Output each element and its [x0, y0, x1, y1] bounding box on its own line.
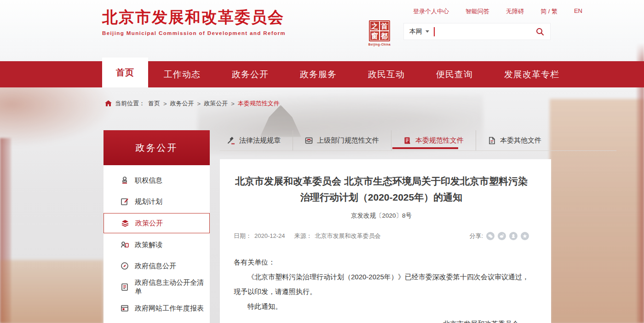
- site-header: 北京市发展和改革委员会 Beijing Municipal Commission…: [0, 0, 644, 61]
- article-title: 北京市发展和改革委员会 北京市生态环境局关于印发北京市塑料污染治理行动计划（20…: [234, 173, 529, 205]
- chevron-down-icon: [426, 30, 429, 33]
- share-bar: 分享:: [469, 232, 529, 240]
- sidebar-item-label: 政府信息公开: [135, 262, 176, 271]
- search-scope-dropdown[interactable]: 本网: [409, 28, 429, 36]
- breadcrumb: 当前位置： 首页 > 政务公开 > 政策公开 > 本委规范性文件: [105, 99, 280, 108]
- seal-char: 首: [380, 22, 389, 30]
- sidebar: 政务公开 职权信息 规划计划 政策公开: [104, 130, 210, 323]
- plan-edit-icon: [120, 197, 129, 206]
- accessibility-link[interactable]: 无障碍: [506, 7, 524, 16]
- site-subtitle: Beijing Municipal Commission of Developm…: [102, 30, 286, 36]
- body-paragraph: 《北京市塑料污染治理行动计划（2020-2025年）》已经市委深改委第十四次会议…: [234, 270, 529, 299]
- smart-qa-link[interactable]: 智能问答: [466, 7, 489, 16]
- red-doc-icon: [403, 137, 411, 144]
- interpretation-icon: [120, 241, 129, 249]
- body-paragraph: 特此通知。: [234, 299, 529, 314]
- search-scope-label: 本网: [409, 28, 422, 36]
- share-weibo-icon[interactable]: [498, 232, 506, 240]
- sidebar-item-label: 职权信息: [135, 176, 162, 185]
- page: 北京市发展和改革委员会 Beijing Municipal Commission…: [0, 0, 644, 323]
- capital-window-seal-logo[interactable]: 之 首 窗 都 Beijing-China: [368, 20, 391, 46]
- sidebar-item-label: 政府信息主动公开全清单: [135, 278, 210, 296]
- seal-char: 之: [370, 22, 379, 30]
- nav-government-services[interactable]: 政务服务: [284, 61, 352, 87]
- search-icon: [535, 27, 545, 36]
- sidebar-item-policy-catalog[interactable]: 政策目录: [104, 319, 210, 323]
- login-personal-center-link[interactable]: 登录个人中心: [413, 7, 449, 16]
- tab-label: 本委其他文件: [500, 136, 541, 145]
- tab-superior-normative-docs[interactable]: 上级部门规范性文件: [293, 130, 391, 150]
- breadcrumb-separator: >: [163, 100, 167, 107]
- sidebar-item-label: 规划计划: [135, 197, 162, 206]
- signature: 北京市发展和改革委员会: [234, 317, 529, 323]
- breadcrumb-separator: >: [197, 100, 201, 107]
- policy-layers-icon: [121, 219, 129, 228]
- sidebar-item-policy-interpretation[interactable]: 政策解读: [104, 234, 210, 255]
- utility-links: 登录个人中心 智能问答 无障碍 简 / 繁 EN: [413, 7, 582, 16]
- tab-label: 上级部门规范性文件: [317, 136, 379, 145]
- article-source: 北京市发展和改革委员会: [315, 232, 381, 239]
- authority-badge-icon: [120, 176, 129, 185]
- article-body: 各有关单位： 《北京市塑料污染治理行动计划（2020-2025年）》已经市委深改…: [234, 255, 529, 323]
- main-content: 法律法规规章 上级部门规范性文件 本委规范性文件 本委其他文件: [220, 130, 551, 323]
- sidebar-item-policy-disclosure[interactable]: 政策公开: [104, 213, 210, 233]
- seal-icon: 之 首 窗 都: [369, 20, 390, 41]
- tab-label: 法律法规规章: [239, 136, 281, 145]
- nav-convenience-query[interactable]: 便民查询: [420, 61, 489, 87]
- nav-public-interaction[interactable]: 政民互动: [352, 61, 420, 87]
- sidebar-item-planning[interactable]: 规划计划: [104, 191, 210, 212]
- annual-report-icon: [120, 304, 129, 313]
- share-label: 分享:: [469, 232, 483, 240]
- sidebar-item-label: 政策公开: [135, 219, 163, 228]
- article-date: 2020-12-24: [254, 232, 285, 239]
- breadcrumb-policy[interactable]: 政策公开: [204, 99, 228, 108]
- primary-navigation: 首页 工作动态 政务公开 政务服务 政民互动 便民查询 发展改革专栏: [0, 61, 644, 87]
- full-list-icon: [120, 283, 129, 292]
- nav-work-news[interactable]: 工作动态: [148, 61, 216, 87]
- home-icon: [105, 100, 112, 107]
- info-disclosure-icon: [120, 262, 129, 271]
- breadcrumb-label: 当前位置：: [115, 99, 145, 108]
- share-wechat-icon[interactable]: [486, 232, 494, 240]
- sidebar-item-label: 政府网站工作年度报表: [135, 304, 204, 313]
- seal-caption: Beijing-China: [368, 43, 391, 46]
- breadcrumb-home[interactable]: 首页: [148, 99, 160, 108]
- salutation: 各有关单位：: [234, 255, 529, 270]
- seal-char: 窗: [370, 31, 379, 40]
- share-qq-icon[interactable]: [509, 232, 518, 240]
- simplified-traditional-toggle[interactable]: 简 / 繁: [540, 7, 558, 16]
- tab-laws-regulations[interactable]: 法律法规规章: [220, 130, 293, 150]
- seal-char: 都: [380, 31, 389, 40]
- share-qzone-icon[interactable]: [521, 232, 529, 240]
- nav-reform-column[interactable]: 发展改革专栏: [489, 61, 575, 87]
- english-link[interactable]: EN: [574, 7, 582, 16]
- breadcrumb-current: 本委规范性文件: [238, 99, 280, 108]
- sidebar-item-authority-info[interactable]: 职权信息: [104, 170, 210, 191]
- site-logo[interactable]: 北京市发展和改革委员会 Beijing Municipal Commission…: [102, 8, 286, 36]
- nav-home[interactable]: 首页: [102, 58, 148, 87]
- site-title: 北京市发展和改革委员会: [102, 8, 286, 27]
- gavel-icon: [227, 137, 235, 144]
- sidebar-item-gov-info-disclosure[interactable]: 政府信息公开: [104, 255, 210, 277]
- sidebar-item-label: 政策解读: [135, 241, 162, 249]
- inbox-icon: [305, 137, 313, 144]
- tab-label: 本委规范性文件: [415, 136, 464, 145]
- article-meta: 日期：2020-12-24来源：北京市发展和改革委员会 分享:: [234, 232, 529, 240]
- tab-commission-normative-docs[interactable]: 本委规范性文件: [391, 130, 476, 150]
- nav-government-affairs[interactable]: 政务公开: [216, 61, 284, 87]
- search-bar: 本网: [403, 23, 551, 40]
- sidebar-item-proactive-disclosure-list[interactable]: 政府信息主动公开全清单: [104, 277, 210, 298]
- other-doc-icon: [488, 137, 496, 144]
- date-label: 日期：: [234, 232, 252, 239]
- source-label: 来源：: [294, 232, 312, 239]
- tab-commission-other-docs[interactable]: 本委其他文件: [476, 130, 553, 150]
- document-number: 京发改规〔2020〕8号: [234, 212, 529, 220]
- breadcrumb-separator: >: [231, 100, 235, 107]
- sidebar-item-website-annual-report[interactable]: 政府网站工作年度报表: [104, 298, 210, 319]
- document-type-tabs: 法律法规规章 上级部门规范性文件 本委规范性文件 本委其他文件: [220, 130, 616, 151]
- search-button[interactable]: [535, 27, 545, 36]
- article-card: 北京市发展和改革委员会 北京市生态环境局关于印发北京市塑料污染治理行动计划（20…: [220, 159, 551, 323]
- breadcrumb-gov-affairs[interactable]: 政务公开: [170, 99, 194, 108]
- sidebar-title: 政务公开: [104, 130, 210, 165]
- search-input[interactable]: [435, 25, 536, 38]
